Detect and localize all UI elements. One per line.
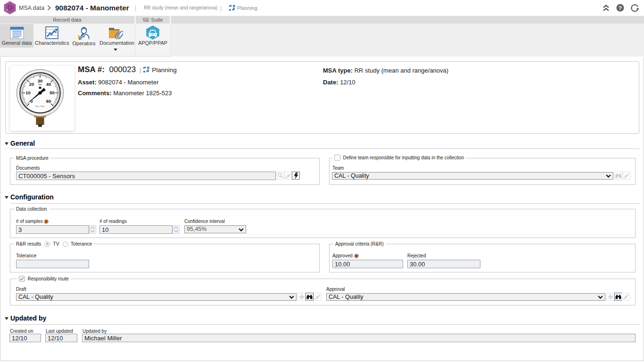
- svg-text:?: ?: [619, 5, 622, 11]
- svg-text:ACC. MPa: ACC. MPa: [36, 105, 45, 107]
- svg-text:30: 30: [38, 78, 43, 83]
- svg-text:40: 40: [46, 82, 51, 87]
- svg-text:20: 20: [29, 82, 34, 87]
- svg-text:50: 50: [50, 90, 55, 95]
- svg-text:10: 10: [25, 90, 31, 95]
- svg-text:60: 60: [46, 99, 51, 104]
- svg-text:bar: bar: [39, 83, 42, 86]
